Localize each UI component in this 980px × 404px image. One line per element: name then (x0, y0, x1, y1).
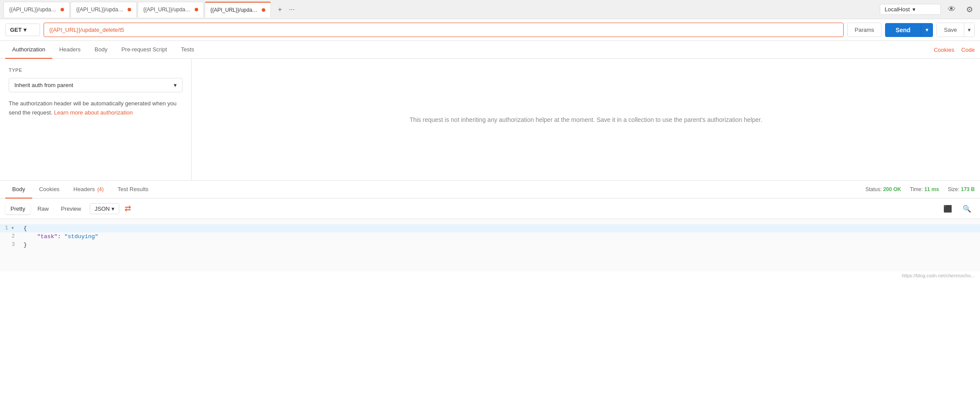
method-chevron-icon: ▾ (24, 27, 27, 33)
line-number-3: 3 (0, 242, 22, 248)
resp-tab-body[interactable]: Body (5, 181, 32, 199)
auth-description: The authorization header will be automat… (9, 99, 182, 118)
tab-pre-request[interactable]: Pre-request Script (115, 41, 174, 59)
request-tab-3[interactable]: {{API_URL}}/update_d (138, 2, 204, 17)
response-code-area: 1 ▼ { 2 "task": "stduying" 3 } (0, 219, 980, 271)
preview-button[interactable]: Preview (56, 203, 86, 214)
settings-icon-button[interactable]: ⚙ (963, 3, 977, 16)
status-label: Status: 200 OK (865, 186, 901, 192)
tab-dirty-dot-2 (128, 8, 131, 11)
auth-panel: TYPE Inherit auth from parent ▾ The auth… (0, 59, 980, 181)
env-selected-label: LocalHost (885, 6, 910, 13)
code-line-2: 2 "task": "stduying" (0, 232, 980, 241)
tab-body[interactable]: Body (88, 41, 115, 59)
copy-icon-button[interactable]: ⬛ (940, 203, 956, 215)
line-number-1: 1 ▼ (0, 225, 22, 231)
save-button[interactable]: Save (937, 23, 964, 37)
resp-tab-headers-label: Headers (74, 186, 95, 192)
resp-tab-test-results-label: Test Results (118, 186, 149, 192)
format-type-select[interactable]: JSON ▾ (90, 203, 119, 214)
request-tab-4[interactable]: {{API_URL}}/update_d (205, 2, 271, 17)
tab-dirty-dot-3 (195, 8, 198, 11)
send-btn-group: Send ▾ (885, 23, 933, 37)
resp-tab-cookies[interactable]: Cookies (32, 181, 67, 199)
tab-tests[interactable]: Tests (174, 41, 201, 59)
tab-url-3: {{API_URL}}/update_d (143, 7, 191, 13)
line-content-3: } (22, 242, 980, 248)
tab-headers-label: Headers (59, 46, 81, 53)
response-status-bar: Status: 200 OK Time: 11 ms Size: 173 B (865, 186, 975, 192)
add-tab-button[interactable]: + (275, 4, 284, 15)
code-link[interactable]: Code (961, 41, 975, 58)
url-input[interactable] (44, 23, 844, 37)
tab-authorization-label: Authorization (12, 46, 45, 53)
tab-tests-label: Tests (181, 46, 194, 53)
collapse-arrow-1[interactable]: ▼ (11, 226, 14, 231)
status-value: 200 OK (883, 186, 901, 192)
resp-tab-body-label: Body (12, 186, 25, 192)
resp-headers-badge: (4) (97, 186, 104, 192)
tab-url-2: {{API_URL}}/update_d (76, 7, 124, 13)
learn-more-link[interactable]: Learn more about authorization (54, 109, 133, 116)
eye-icon-button[interactable]: 👁 (944, 3, 959, 16)
tab-body-label: Body (95, 46, 108, 53)
format-type-label: JSON (95, 205, 110, 212)
more-tabs-button[interactable]: ··· (286, 4, 297, 15)
time-value: 11 ms (924, 186, 939, 192)
environment-select[interactable]: LocalHost ▾ (880, 4, 941, 15)
code-line-3: 3 } (0, 241, 980, 249)
tab-dirty-dot-4 (262, 8, 265, 12)
pretty-button[interactable]: Pretty (5, 203, 30, 214)
size-label: Size: 173 B (948, 186, 975, 192)
auth-right-message: This request is not inheriting any autho… (409, 116, 762, 123)
request-tabs: Authorization Headers Body Pre-request S… (0, 41, 980, 59)
resp-tab-headers[interactable]: Headers (4) (67, 181, 111, 199)
resp-toolbar-right: ⬛ 🔍 (940, 203, 975, 215)
params-button[interactable]: Params (847, 23, 882, 37)
line-content-1: { (22, 225, 980, 232)
watermark: https://blog.csdn.net/chenmocho... (0, 271, 980, 280)
raw-button[interactable]: Raw (32, 203, 54, 214)
wrap-icon-button[interactable]: ⇄ (121, 202, 135, 215)
save-dropdown-button[interactable]: ▾ (964, 23, 974, 37)
send-dropdown-button[interactable]: ▾ (921, 23, 933, 37)
code-line-1: 1 ▼ { (0, 224, 980, 232)
tab-bar-right: LocalHost ▾ 👁 ⚙ (880, 3, 977, 16)
request-tab-2[interactable]: {{API_URL}}/update_d (71, 2, 137, 17)
tab-bar: {{API_URL}}/update_d {{API_URL}}/update_… (0, 0, 980, 19)
env-chevron-icon: ▾ (912, 6, 936, 13)
method-select[interactable]: GET ▾ (5, 24, 40, 36)
auth-type-chevron-icon: ▾ (174, 82, 177, 88)
search-icon-button[interactable]: 🔍 (959, 203, 975, 215)
response-toolbar: Pretty Raw Preview JSON ▾ ⇄ ⬛ 🔍 (0, 199, 980, 219)
time-label: Time: 11 ms (910, 186, 939, 192)
cookies-link[interactable]: Cookies (934, 41, 954, 58)
line-number-2: 2 (0, 233, 22, 239)
tab-headers[interactable]: Headers (52, 41, 88, 59)
tab-dirty-dot-1 (61, 8, 64, 11)
auth-left-panel: TYPE Inherit auth from parent ▾ The auth… (0, 59, 192, 180)
format-chevron-icon: ▾ (112, 205, 115, 212)
auth-type-select[interactable]: Inherit auth from parent ▾ (9, 78, 182, 92)
save-btn-group: Save ▾ (936, 23, 975, 37)
tab-url-1: {{API_URL}}/update_d (9, 7, 57, 13)
tab-actions: + ··· (275, 4, 297, 15)
resp-tab-cookies-label: Cookies (39, 186, 60, 192)
size-value: 173 B (961, 186, 975, 192)
response-tabs-bar: Body Cookies Headers (4) Test Results St… (0, 181, 980, 199)
tab-pre-request-label: Pre-request Script (122, 46, 167, 53)
line-content-2: "task": "stduying" (22, 233, 980, 240)
request-tab-1[interactable]: {{API_URL}}/update_d (3, 2, 70, 17)
resp-tab-test-results[interactable]: Test Results (111, 181, 155, 199)
watermark-text: https://blog.csdn.net/chenmocho... (902, 273, 975, 278)
req-tabs-right: Cookies Code (934, 41, 975, 58)
tab-authorization[interactable]: Authorization (5, 41, 52, 59)
auth-type-selected: Inherit auth from parent (14, 82, 73, 88)
auth-type-label: TYPE (9, 67, 182, 73)
send-button[interactable]: Send (885, 23, 921, 37)
tab-url-4: {{API_URL}}/update_d (210, 7, 258, 13)
auth-right-panel: This request is not inheriting any autho… (192, 59, 980, 180)
url-bar: GET ▾ Params Send ▾ Save ▾ (0, 19, 980, 41)
method-label: GET (10, 27, 22, 33)
